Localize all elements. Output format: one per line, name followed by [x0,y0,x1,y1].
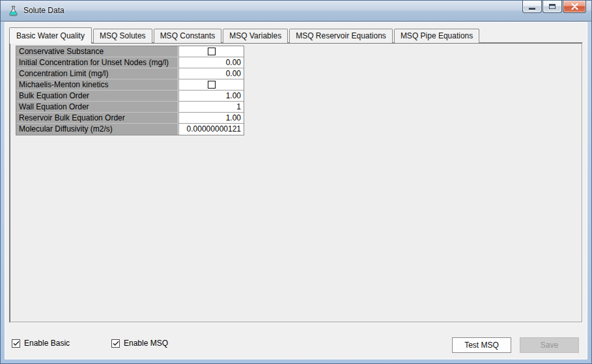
titlebar[interactable]: Solute Data [1,1,591,21]
maximize-button[interactable] [543,1,562,13]
row-label-concentration-limit: Concentration Limit (mg/l) [16,68,178,79]
close-icon [571,3,578,10]
checkbox-unchecked-icon[interactable] [208,81,216,89]
bulk-equation-order-value[interactable]: 1.00 [178,91,244,102]
minimize-icon [529,8,535,10]
tab-content-panel-inner: Conservative Substance Initial Concentra… [10,43,582,322]
wall-equation-order-value[interactable]: 1 [178,102,244,113]
tab-msq-variables[interactable]: MSQ Variables [223,29,288,43]
michaelis-menton-checkbox-cell[interactable] [178,79,244,91]
concentration-limit-value[interactable]: 0.00 [178,68,244,79]
enable-msq-label: Enable MSQ [124,339,168,348]
tab-strip: Basic Water Quality MSQ Solutes MSQ Cons… [9,26,583,43]
row-label-wall-equation-order: Wall Equation Order [16,102,178,113]
save-button[interactable]: Save [520,337,579,353]
tab-msq-solutes[interactable]: MSQ Solutes [93,29,152,43]
close-button[interactable] [563,1,586,13]
tab-msq-constants[interactable]: MSQ Constants [154,29,222,43]
row-label-molecular-diffusivity: Molecular Diffusivity (m2/s) [16,124,178,135]
window-title: Solute Data [23,6,64,15]
molecular-diffusivity-value[interactable]: 0.00000000121 [178,124,244,135]
initial-concentration-value[interactable]: 0.00 [178,57,244,68]
maximize-icon [549,4,556,9]
tab-msq-pipe-equations[interactable]: MSQ Pipe Equations [394,29,479,43]
row-label-reservoir-bulk-equation-order: Reservoir Bulk Equation Order [16,113,178,124]
tab-content-panel: Conservative Substance Initial Concentra… [9,42,583,323]
enable-basic-checkbox[interactable]: Enable Basic [12,339,70,348]
window-controls [522,1,586,13]
enable-basic-label: Enable Basic [24,339,70,348]
row-label-bulk-equation-order: Bulk Equation Order [16,91,178,102]
tab-basic-water-quality[interactable]: Basic Water Quality [9,27,92,44]
row-label-michaelis-menton: Michaelis-Menton kinetics [16,79,178,91]
dialog-client-area: Basic Water Quality MSQ Solutes MSQ Cons… [5,22,587,359]
checkbox-unchecked-icon[interactable] [208,48,216,55]
row-label-initial-concentration: Initial Concentration for Unset Nodes (m… [16,57,178,68]
flask-icon [8,5,19,16]
test-msq-button[interactable]: Test MSQ [452,337,511,353]
solute-data-window: Solute Data Basic Water Quality MSQ Solu… [0,0,592,364]
minimize-button[interactable] [522,1,542,13]
row-label-conservative-substance: Conservative Substance [16,46,178,57]
tab-msq-reservoir-equations[interactable]: MSQ Reservoir Equations [289,29,393,43]
property-grid: Conservative Substance Initial Concentra… [16,46,244,135]
enable-msq-checkbox[interactable]: Enable MSQ [111,339,168,348]
checkbox-checked-icon[interactable] [12,339,20,348]
reservoir-bulk-equation-order-value[interactable]: 1.00 [178,113,244,124]
conservative-substance-checkbox-cell[interactable] [178,46,244,57]
checkbox-checked-icon[interactable] [111,339,120,348]
